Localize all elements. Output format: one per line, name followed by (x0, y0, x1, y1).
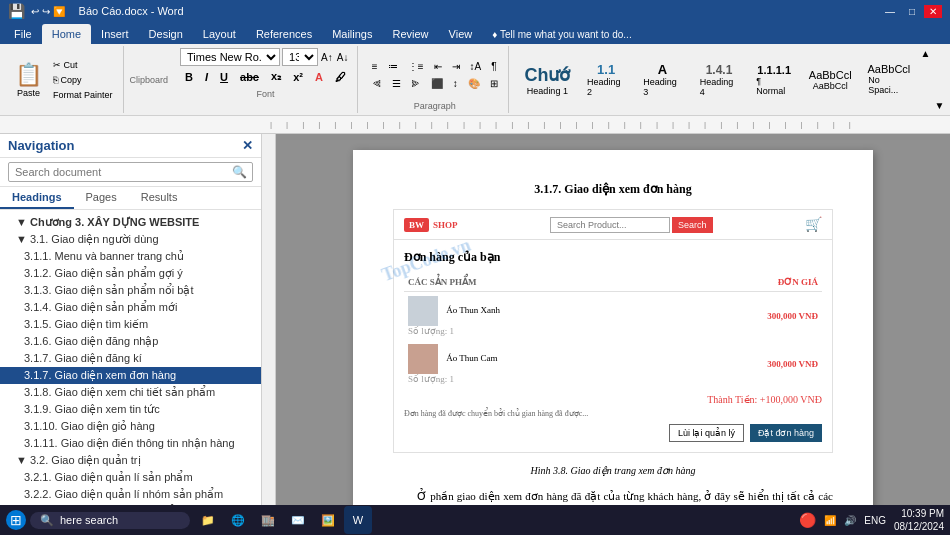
font-family-select[interactable]: Times New Ro... (180, 48, 280, 66)
shop-order-title: Đơn hàng của bạn (404, 250, 822, 265)
close-button[interactable]: ✕ (924, 5, 942, 18)
tab-insert[interactable]: Insert (91, 24, 139, 44)
paste-button[interactable]: 📋 Paste (10, 59, 47, 101)
line-spacing-button[interactable]: ↕ (449, 76, 462, 91)
shop-back-button[interactable]: Lùi lại quản lý (669, 424, 744, 442)
sort-button[interactable]: ↕A (466, 59, 486, 74)
border-button[interactable]: ⊞ (486, 76, 502, 91)
style-nospace-preview: AaBbCcl (867, 64, 910, 75)
tab-view[interactable]: View (439, 24, 483, 44)
minimize-button[interactable]: — (880, 5, 900, 18)
show-marks-button[interactable]: ¶ (487, 59, 500, 74)
style-nospace[interactable]: AaBbCcl No Spaci... (861, 61, 916, 98)
styles-scroll-up[interactable]: ▲ (920, 48, 930, 59)
increase-indent-button[interactable]: ⇥ (448, 59, 464, 74)
nav-item-3-1-7a[interactable]: 3.1.7. Giao diện đăng kí (0, 350, 261, 367)
taskbar-app-chrome[interactable]: 🌐 (224, 506, 252, 534)
style-heading1[interactable]: Chướ Heading 1 (519, 61, 576, 99)
font-grow-button[interactable]: A↑ (320, 51, 334, 64)
nav-item-3-1-5[interactable]: 3.1.5. Giao diện tìm kiếm (0, 316, 261, 333)
cut-button[interactable]: ✂ Cut (49, 58, 117, 72)
nav-item-3-1-2[interactable]: 3.1.2. Giao diện sản phẩm gợi ý (0, 265, 261, 282)
style-heading3[interactable]: A Heading 3 (636, 59, 688, 100)
subscript-button[interactable]: x₂ (266, 68, 286, 85)
style-normal-label: ¶ Normal (756, 76, 792, 96)
document-page: 3.1.7. Giao diện xem đơn hàng BW SHOP Se… (353, 150, 873, 513)
taskbar-app-word[interactable]: W (344, 506, 372, 534)
nav-item-3-2-1[interactable]: 3.2.1. Giao diện quản lí sản phẩm (0, 469, 261, 486)
nav-item-3-1-3[interactable]: 3.1.3. Giao diện sản phẩm nổi bật (0, 282, 261, 299)
taskbar-app-mail[interactable]: ✉️ (284, 506, 312, 534)
shop-search-input[interactable] (550, 217, 670, 233)
nav-item-3-2-2[interactable]: 3.2.2. Giao diện quản lí nhóm sản phẩm (0, 486, 261, 503)
superscript-button[interactable]: x² (288, 69, 308, 85)
nav-item-3-1-6[interactable]: 3.1.6. Giao diện đăng nhập (0, 333, 261, 350)
underline-button[interactable]: U (215, 69, 233, 85)
styles-group: Chướ Heading 1 1.1 Heading 2 A Heading 3… (513, 46, 950, 113)
navigation-close-button[interactable]: ✕ (242, 138, 253, 153)
product-price-2: 300,000 VNĐ (667, 340, 822, 388)
nav-tab-headings[interactable]: Headings (0, 187, 74, 209)
taskbar-app-explorer[interactable]: 📁 (194, 506, 222, 534)
shop-search: Search (550, 217, 713, 233)
styles-scroll-down[interactable]: ▼ (934, 100, 944, 111)
taskbar-app-store[interactable]: 🏬 (254, 506, 282, 534)
strikethrough-button[interactable]: abc (235, 69, 264, 85)
nav-tab-results[interactable]: Results (129, 187, 190, 209)
nav-item-3-1-9[interactable]: 3.1.9. Giao diện xem tin tức (0, 401, 261, 418)
navigation-search-input[interactable] (8, 162, 253, 182)
style-heading2[interactable]: 1.1 Heading 2 (580, 59, 632, 100)
tab-layout[interactable]: Layout (193, 24, 246, 44)
shop-product-row-2: Áo Thun CamSố lượng: 1 300,000 VNĐ (404, 340, 822, 388)
nav-item-chapter3[interactable]: ▼ Chương 3. XÂY DỰNG WEBSITE (0, 214, 261, 231)
style-aabbccl1[interactable]: AaBbCcl AaBbCcl (803, 66, 857, 94)
nav-item-3-1-1[interactable]: 3.1.1. Menu và banner trang chủ (0, 248, 261, 265)
style-heading4[interactable]: 1.4.1 Heading 4 (693, 60, 745, 100)
nav-item-3-2[interactable]: ▼ 3.2. Giao diện quản trị (0, 452, 261, 469)
taskbar-app-photos[interactable]: 🖼️ (314, 506, 342, 534)
tab-mailings[interactable]: Mailings (322, 24, 382, 44)
font-color-button[interactable]: A (310, 69, 328, 85)
tab-references[interactable]: References (246, 24, 322, 44)
multilevel-button[interactable]: ⋮≡ (404, 59, 428, 74)
shading-button[interactable]: 🎨 (464, 76, 484, 91)
clipboard-group: 📋 Paste ✂ Cut ⎘ Copy Format Painter (4, 46, 124, 113)
align-right-button[interactable]: ⫸ (407, 76, 425, 91)
shop-mockup: BW SHOP Search 🛒 Đơn hàng của bạn CÁ (393, 209, 833, 453)
bold-button[interactable]: B (180, 69, 198, 85)
justify-button[interactable]: ⬛ (427, 76, 447, 91)
nav-item-3-1-11[interactable]: 3.1.11. Giao diện điền thông tin nhận hà… (0, 435, 261, 452)
style-h3-label: Heading 3 (643, 77, 681, 97)
numbering-button[interactable]: ≔ (384, 59, 402, 74)
nav-item-3-1-7b[interactable]: 3.1.7. Giao diện xem đơn hàng (0, 367, 261, 384)
tab-design[interactable]: Design (139, 24, 193, 44)
tab-file[interactable]: File (4, 24, 42, 44)
nav-item-3-1-10[interactable]: 3.1.10. Giao diện giỏ hàng (0, 418, 261, 435)
paragraph-group: ≡ ≔ ⋮≡ ⇤ ⇥ ↕A ¶ ⫷ ☰ ⫸ ⬛ ↕ 🎨 ⊞ (362, 46, 509, 113)
tab-home[interactable]: Home (42, 24, 91, 44)
decrease-indent-button[interactable]: ⇤ (430, 59, 446, 74)
tab-review[interactable]: Review (383, 24, 439, 44)
shop-logo: BW SHOP (404, 218, 458, 232)
nav-tab-pages[interactable]: Pages (74, 187, 129, 209)
align-left-button[interactable]: ⫷ (368, 76, 386, 91)
nav-item-3-1[interactable]: ▼ 3.1. Giao diện người dùng (0, 231, 261, 248)
copy-button[interactable]: ⎘ Copy (49, 73, 117, 87)
bullets-button[interactable]: ≡ (368, 59, 382, 74)
align-center-button[interactable]: ☰ (388, 76, 405, 91)
window-controls[interactable]: — □ ✕ (880, 5, 942, 18)
start-button[interactable]: ⊞ (6, 510, 26, 530)
italic-button[interactable]: I (200, 69, 213, 85)
shop-search-button[interactable]: Search (672, 217, 713, 233)
font-size-select[interactable]: 13 (282, 48, 318, 66)
nav-item-3-1-8[interactable]: 3.1.8. Giao diện xem chi tiết sản phẩm (0, 384, 261, 401)
format-painter-button[interactable]: Format Painter (49, 88, 117, 102)
nav-item-3-1-4[interactable]: 3.1.4. Giao diện sản phẩm mới (0, 299, 261, 316)
maximize-button[interactable]: □ (904, 5, 920, 18)
font-shrink-button[interactable]: A↓ (336, 51, 350, 64)
style-normal[interactable]: 1.1.1.1 ¶ Normal (749, 61, 799, 99)
shop-order-button[interactable]: Đặt đơn hàng (750, 424, 822, 442)
taskbar-search[interactable]: 🔍 here search (30, 512, 190, 529)
highlight-button[interactable]: 🖊 (330, 69, 351, 85)
tab-tell-me[interactable]: ♦ Tell me what you want to do... (482, 24, 641, 44)
